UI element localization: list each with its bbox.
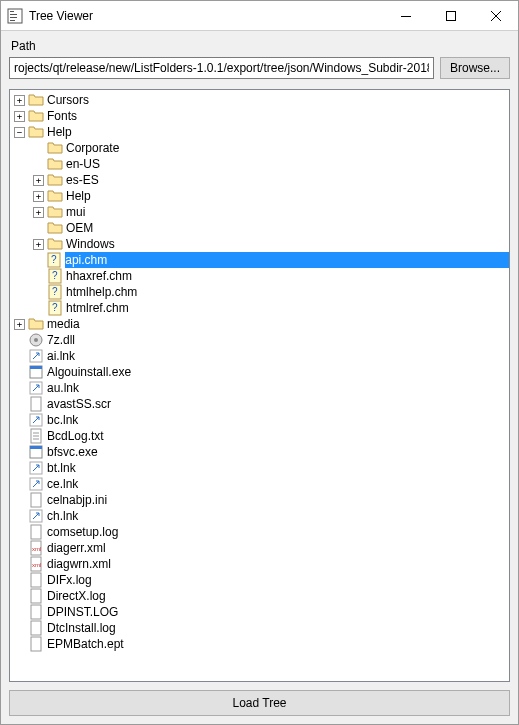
tree-spacer <box>33 223 44 234</box>
svg-rect-1 <box>10 11 14 12</box>
tree-item-label: diagerr.xml <box>47 540 106 556</box>
tree-file[interactable]: DtcInstall.log <box>10 620 509 636</box>
tree-file[interactable]: DPINST.LOG <box>10 604 509 620</box>
tree-spacer <box>14 367 25 378</box>
tree-spacer <box>14 447 25 458</box>
tree-view[interactable]: +Cursors+Fonts−HelpCorporateen-US+es-ES+… <box>9 89 510 682</box>
minimize-button[interactable] <box>383 1 428 31</box>
tree-file[interactable]: ?hhaxref.chm <box>10 268 509 284</box>
txt-icon <box>28 428 44 444</box>
folder-icon <box>47 188 63 204</box>
tree-spacer <box>14 335 25 346</box>
tree-folder[interactable]: +Help <box>10 188 509 204</box>
tree-folder[interactable]: en-US <box>10 156 509 172</box>
tree-file[interactable]: celnabjp.ini <box>10 492 509 508</box>
tree-item-label: comsetup.log <box>47 524 118 540</box>
tree-item-label: OEM <box>66 220 93 236</box>
path-label: Path <box>11 39 510 53</box>
folder-icon <box>47 204 63 220</box>
tree-item-label: 7z.dll <box>47 332 75 348</box>
tree-spacer <box>33 143 44 154</box>
tree-spacer <box>14 431 25 442</box>
browse-button[interactable]: Browse... <box>440 57 510 79</box>
tree-spacer <box>14 383 25 394</box>
tree-spacer <box>14 463 25 474</box>
tree-file[interactable]: EPMBatch.ept <box>10 636 509 652</box>
tree-file[interactable]: BcdLog.txt <box>10 428 509 444</box>
tree-file[interactable]: Algouinstall.exe <box>10 364 509 380</box>
tree-file[interactable]: bc.lnk <box>10 412 509 428</box>
svg-text:?: ? <box>52 270 58 281</box>
path-input[interactable] <box>9 57 434 79</box>
tree-folder[interactable]: +es-ES <box>10 172 509 188</box>
expand-icon[interactable]: + <box>14 111 25 122</box>
svg-text:?: ? <box>51 254 57 265</box>
tree-file[interactable]: bt.lnk <box>10 460 509 476</box>
tree-file[interactable]: ce.lnk <box>10 476 509 492</box>
tree-file[interactable]: ?htmlref.chm <box>10 300 509 316</box>
svg-text:xml: xml <box>32 546 41 552</box>
tree-item-label: DIFx.log <box>47 572 92 588</box>
tree-spacer <box>33 255 43 266</box>
tree-folder[interactable]: +Windows <box>10 236 509 252</box>
tree-file[interactable]: ?htmlhelp.chm <box>10 284 509 300</box>
collapse-icon[interactable]: − <box>14 127 25 138</box>
expand-icon[interactable]: + <box>33 239 44 250</box>
app-icon <box>7 8 23 24</box>
tree-spacer <box>14 591 25 602</box>
tree-folder[interactable]: +mui <box>10 204 509 220</box>
tree-item-label: Cursors <box>47 92 89 108</box>
folder-icon <box>28 108 44 124</box>
load-tree-button[interactable]: Load Tree <box>9 690 510 716</box>
tree-item-label: ai.lnk <box>47 348 75 364</box>
maximize-button[interactable] <box>428 1 473 31</box>
tree-folder[interactable]: OEM <box>10 220 509 236</box>
lnk-icon <box>28 508 44 524</box>
svg-text:?: ? <box>52 302 58 313</box>
svg-rect-42 <box>31 605 41 619</box>
tree-file[interactable]: ?api.chm <box>10 252 509 268</box>
tree-file[interactable]: 7z.dll <box>10 332 509 348</box>
close-button[interactable] <box>473 1 518 31</box>
expand-icon[interactable]: + <box>33 207 44 218</box>
tree-folder[interactable]: Corporate <box>10 140 509 156</box>
exe-icon <box>28 364 44 380</box>
svg-rect-44 <box>31 637 41 651</box>
tree-spacer <box>14 607 25 618</box>
svg-point-18 <box>34 338 38 342</box>
tree-folder[interactable]: +Fonts <box>10 108 509 124</box>
folder-icon <box>47 172 63 188</box>
tree-spacer <box>14 639 25 650</box>
tree-file[interactable]: avastSS.scr <box>10 396 509 412</box>
expand-icon[interactable]: + <box>14 95 25 106</box>
tree-spacer <box>33 287 44 298</box>
tree-item-label: Windows <box>66 236 115 252</box>
tree-folder[interactable]: +Cursors <box>10 92 509 108</box>
tree-file[interactable]: bfsvc.exe <box>10 444 509 460</box>
tree-file[interactable]: ai.lnk <box>10 348 509 364</box>
tree-file[interactable]: xmldiagerr.xml <box>10 540 509 556</box>
folder-icon <box>47 156 63 172</box>
window-title: Tree Viewer <box>29 9 93 23</box>
tree-file[interactable]: au.lnk <box>10 380 509 396</box>
tree-spacer <box>14 623 25 634</box>
generic-icon <box>28 588 44 604</box>
tree-file[interactable]: DIFx.log <box>10 572 509 588</box>
expand-icon[interactable]: + <box>33 175 44 186</box>
lnk-icon <box>28 412 44 428</box>
tree-file[interactable]: ch.lnk <box>10 508 509 524</box>
svg-text:xml: xml <box>32 562 41 568</box>
tree-folder[interactable]: +media <box>10 316 509 332</box>
tree-file[interactable]: DirectX.log <box>10 588 509 604</box>
svg-rect-35 <box>31 525 41 539</box>
tree-file[interactable]: comsetup.log <box>10 524 509 540</box>
expand-icon[interactable]: + <box>14 319 25 330</box>
tree-item-label: mui <box>66 204 85 220</box>
svg-text:?: ? <box>52 286 58 297</box>
expand-icon[interactable]: + <box>33 191 44 202</box>
folder-icon <box>28 124 44 140</box>
tree-item-label: Help <box>66 188 91 204</box>
lnk-icon <box>28 476 44 492</box>
tree-file[interactable]: xmldiagwrn.xml <box>10 556 509 572</box>
tree-folder[interactable]: −Help <box>10 124 509 140</box>
